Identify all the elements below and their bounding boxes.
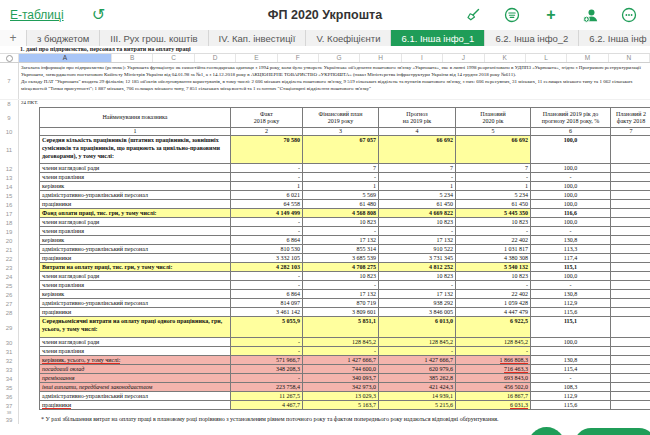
row-number[interactable]: 18	[0, 218, 19, 227]
cell[interactable]: 348 208,3	[231, 365, 303, 374]
cell[interactable]: 342 973,0	[303, 383, 379, 392]
cell[interactable]: 5 445 350	[456, 209, 531, 218]
cell[interactable]: 66 692	[456, 136, 531, 164]
cell[interactable]: 571 966,7	[231, 356, 303, 365]
row-number[interactable]: 17	[0, 209, 19, 218]
cell[interactable]: 22 402	[456, 236, 531, 245]
cell[interactable]: 11 267,5	[231, 392, 303, 401]
cell[interactable]: 693 843,0	[456, 374, 531, 383]
empty-column-a-cell[interactable]	[19, 317, 39, 338]
cell[interactable]: керівник	[39, 182, 231, 191]
row-number[interactable]: 25	[0, 281, 19, 290]
cell[interactable]	[611, 182, 650, 191]
cell[interactable]: 4 467,7	[231, 401, 303, 410]
cell[interactable]: -	[231, 374, 303, 383]
company-summary-text[interactable]: Загальна інформація про підприємство (ре…	[19, 63, 650, 99]
sheet-tab[interactable]: V. Коефіцієнти	[306, 30, 391, 46]
cell[interactable]: 340 093,7	[303, 374, 379, 383]
cell[interactable]: 3 461 142	[231, 308, 303, 317]
cell[interactable]	[611, 218, 650, 227]
cell[interactable]: 130,8	[531, 356, 611, 365]
empty-column-a-cell[interactable]	[19, 263, 39, 272]
cell[interactable]: 1	[39, 128, 231, 136]
empty-column-a-cell[interactable]	[19, 254, 39, 263]
cell[interactable]: -	[379, 227, 456, 236]
cell[interactable]: -	[303, 227, 379, 236]
cell[interactable]: -	[231, 227, 303, 236]
cell[interactable]: 128 845,2	[456, 338, 531, 347]
row-number[interactable]: 28	[0, 308, 19, 317]
row-number[interactable]: 33	[0, 365, 19, 374]
cell[interactable]: -	[456, 281, 531, 290]
empty-column-a-cell[interactable]	[19, 136, 39, 164]
app-home-link[interactable]: Е-таблиці	[10, 8, 64, 22]
cell[interactable]: 117,4	[531, 254, 611, 263]
cell[interactable]: 115,4	[531, 365, 611, 374]
row-number[interactable]: 14	[0, 182, 19, 191]
sheet-tab[interactable]: 6.1. Інша інфо_1	[391, 30, 485, 46]
cell[interactable]: 4 669 822	[379, 209, 456, 218]
cell[interactable]: керівник, усього, у тому числі:	[39, 356, 231, 365]
cell[interactable]: 4 568 808	[303, 209, 379, 218]
cell[interactable]: члени наглядової ради	[39, 164, 231, 173]
row-number[interactable]: 12	[0, 164, 19, 173]
cell[interactable]: 115,6	[531, 401, 611, 410]
cell[interactable]: 6 021	[231, 191, 303, 200]
empty-column-a-cell[interactable]	[19, 338, 39, 347]
more-options-icon[interactable]	[620, 6, 638, 24]
cell[interactable]: 4 380 308	[456, 254, 531, 263]
cell[interactable]: -	[231, 173, 303, 182]
empty-column-a-cell[interactable]	[19, 191, 39, 200]
cell[interactable]: члени наглядової ради	[39, 338, 231, 347]
cell[interactable]: -	[231, 281, 303, 290]
empty-column-a-cell[interactable]	[19, 347, 39, 356]
empty-column-a-cell[interactable]	[19, 299, 39, 308]
cell[interactable]: Плановий 2020 рік	[456, 107, 531, 128]
empty-column-a-cell[interactable]	[19, 173, 39, 182]
cell[interactable]: 61 480	[303, 200, 379, 209]
cell[interactable]	[611, 290, 650, 299]
empty-column-a-cell[interactable]	[19, 374, 39, 383]
cell[interactable]: 112,9	[531, 299, 611, 308]
paintbrush-icon[interactable]	[464, 6, 482, 24]
empty-column-a-cell[interactable]	[19, 383, 39, 392]
cell[interactable]: працівники	[39, 200, 231, 209]
column-header-N[interactable]: N	[609, 54, 650, 62]
cell[interactable]: 130,8	[531, 290, 611, 299]
cell[interactable]: 1 427 666,7	[303, 356, 379, 365]
cell[interactable]: 1 427 666,7	[379, 356, 456, 365]
cell[interactable]: -	[303, 347, 379, 356]
cell[interactable]: 810 530	[231, 245, 303, 254]
cell[interactable]: 100,0	[531, 136, 611, 164]
cell[interactable]: 115,1	[531, 317, 611, 338]
row-number[interactable]: 11	[0, 136, 19, 164]
cell[interactable]	[611, 317, 650, 338]
cell[interactable]: 1	[379, 182, 456, 191]
row-number[interactable]: 20	[0, 236, 19, 245]
cell[interactable]: 855 314	[303, 245, 379, 254]
empty-column-a-cell[interactable]	[19, 281, 39, 290]
cell[interactable]: Плановий 2 факту 2018	[611, 107, 650, 128]
cell[interactable]: 5	[456, 128, 531, 136]
row-number[interactable]: 19	[0, 227, 19, 236]
column-header-H[interactable]: H	[360, 54, 401, 62]
empty-column-a-cell[interactable]	[19, 236, 39, 245]
cell[interactable]: 385 262,8	[379, 374, 456, 383]
cell[interactable]: 716 463,3	[456, 365, 531, 374]
cell[interactable]: Середньомісячні витрати на оплату праці …	[39, 317, 231, 338]
empty-column-a-cell[interactable]	[19, 200, 39, 209]
cell[interactable]: 5 569	[303, 191, 379, 200]
row-number[interactable]: 23	[0, 263, 19, 272]
empty-column-a-cell[interactable]	[19, 107, 39, 128]
column-header-D[interactable]: D	[195, 54, 236, 62]
empty-column-a-cell[interactable]	[19, 290, 39, 299]
empty-column-a-cell[interactable]	[19, 218, 39, 227]
cell[interactable]	[611, 236, 650, 245]
cell[interactable]: 620 979,6	[379, 365, 456, 374]
cell[interactable]: 4 708 275	[303, 263, 379, 272]
sheet-tab[interactable]: з бюджетом	[27, 30, 100, 46]
cell[interactable]: 3	[303, 128, 379, 136]
cell[interactable]: 4 149 499	[231, 209, 303, 218]
cell[interactable]: -	[456, 347, 531, 356]
cell[interactable]	[611, 356, 650, 365]
